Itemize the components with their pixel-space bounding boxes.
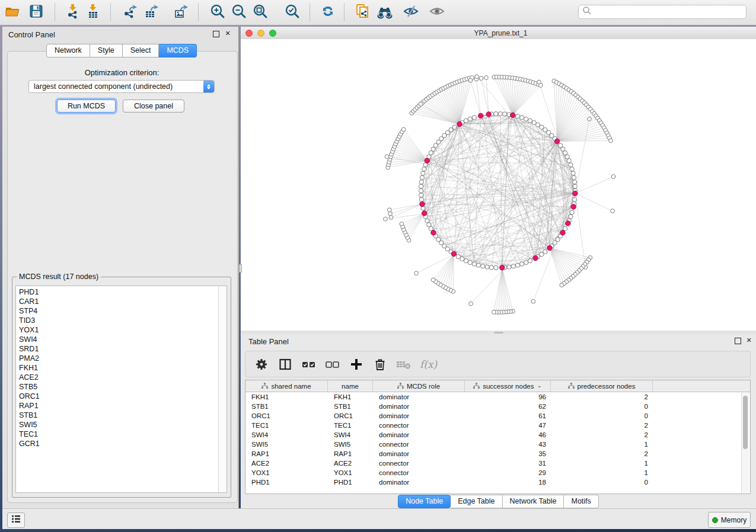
mcds-result-item[interactable]: SRD1	[16, 344, 227, 354]
close-table-panel-icon[interactable]: ✕	[745, 336, 752, 344]
hide-graphics-details-button[interactable]	[402, 3, 420, 21]
show-graphics-details-button[interactable]	[428, 3, 446, 21]
network-window-titlebar[interactable]: YPA_prune.txt_1	[241, 27, 756, 40]
graph-leaf-node[interactable]	[431, 278, 435, 282]
mcds-result-item[interactable]: STB5	[16, 382, 227, 392]
table-row[interactable]: TEC1TEC1connector472	[245, 421, 750, 430]
graph-node[interactable]	[498, 111, 502, 116]
export-table-button[interactable]	[142, 3, 160, 21]
mcds-result-item[interactable]: FKH1	[16, 363, 227, 373]
tab-node-table[interactable]: Node Table	[398, 495, 451, 508]
graph-node[interactable]	[425, 219, 429, 223]
graph-node[interactable]	[507, 265, 511, 269]
graph-node[interactable]	[456, 255, 460, 259]
graph-node[interactable]	[570, 167, 574, 171]
graph-node[interactable]	[569, 214, 573, 219]
graph-leaf-node[interactable]	[468, 78, 473, 82]
horizontal-splitter-handle[interactable]	[494, 332, 503, 334]
table-row[interactable]: ACE2ACE2connector311	[245, 459, 750, 468]
deselect-all-icon[interactable]	[325, 357, 340, 372]
table-row[interactable]: RAP1RAP1dominator352	[245, 449, 750, 459]
graph-node[interactable]	[489, 265, 493, 270]
zoom-in-button[interactable]	[209, 3, 227, 21]
graph-mcds-hub-node[interactable]	[500, 265, 505, 270]
table-row[interactable]: PHD1PHD1dominator180	[245, 477, 750, 487]
graph-leaf-node[interactable]	[389, 216, 393, 220]
graph-node[interactable]	[528, 118, 532, 123]
graph-leaf-node[interactable]	[479, 76, 483, 81]
float-table-panel-icon[interactable]	[734, 337, 741, 344]
search-network-button[interactable]	[376, 3, 394, 21]
vertical-splitter-handle[interactable]	[239, 264, 242, 273]
graph-mcds-hub-node[interactable]	[451, 251, 456, 256]
graph-node[interactable]	[571, 171, 575, 175]
column-header-predecessor-nodes[interactable]: predecessor nodes	[551, 380, 653, 392]
graph-node[interactable]	[573, 180, 577, 184]
graph-node[interactable]	[520, 116, 524, 120]
graph-node[interactable]	[452, 125, 457, 129]
table-scrollbar-thumb[interactable]	[743, 396, 748, 449]
graph-node[interactable]	[567, 159, 571, 163]
graph-mcds-hub-node[interactable]	[486, 112, 491, 117]
graph-node[interactable]	[528, 259, 532, 263]
graph-node[interactable]	[572, 175, 576, 180]
graph-node[interactable]	[427, 223, 431, 227]
mcds-result-item[interactable]: RAP1	[16, 401, 227, 411]
table-scrollbar[interactable]	[741, 392, 749, 494]
graph-node[interactable]	[472, 116, 476, 120]
export-network-button[interactable]	[121, 3, 139, 21]
graph-node[interactable]	[419, 193, 423, 197]
graph-node[interactable]	[515, 114, 519, 118]
graph-node[interactable]	[573, 184, 577, 188]
graph-mcds-hub-node[interactable]	[533, 256, 538, 261]
network-graph[interactable]	[241, 39, 756, 331]
graph-node[interactable]	[419, 188, 423, 193]
clone-network-button[interactable]	[353, 3, 371, 21]
mcds-result-item[interactable]: GCR1	[16, 439, 227, 448]
tab-mcds[interactable]: MCDS	[159, 44, 197, 57]
gear-icon[interactable]	[254, 357, 269, 372]
graph-leaf-node[interactable]	[401, 127, 406, 132]
graph-leaf-node[interactable]	[611, 175, 615, 179]
graph-node[interactable]	[494, 111, 498, 116]
node-table[interactable]: shared namenameMCDS rolesuccessor nodes⌄…	[245, 380, 751, 494]
mcds-list-scrollbar[interactable]	[218, 286, 227, 492]
network-view[interactable]	[241, 39, 756, 331]
graph-leaf-node[interactable]	[400, 222, 404, 226]
mcds-result-item[interactable]: STB1	[16, 411, 227, 420]
graph-node[interactable]	[515, 263, 519, 267]
graph-leaf-node[interactable]	[492, 310, 496, 314]
save-button[interactable]	[27, 3, 45, 21]
graph-node[interactable]	[524, 117, 528, 121]
graph-node[interactable]	[565, 155, 569, 159]
open-file-button[interactable]	[4, 3, 21, 21]
delete-column-icon[interactable]	[372, 357, 388, 372]
graph-node[interactable]	[524, 261, 528, 265]
column-header-MCDS-role[interactable]: MCDS role	[373, 380, 465, 392]
graph-node[interactable]	[573, 197, 577, 201]
mcds-result-item[interactable]: YOX1	[16, 325, 227, 335]
graph-mcds-hub-node[interactable]	[457, 121, 462, 126]
graph-leaf-node[interactable]	[383, 217, 387, 221]
columns-icon[interactable]	[277, 357, 293, 372]
float-panel-icon[interactable]	[212, 30, 219, 37]
graph-node[interactable]	[503, 112, 507, 116]
graph-node[interactable]	[464, 118, 468, 123]
graph-mcds-hub-node[interactable]	[554, 139, 559, 143]
tab-network-table[interactable]: Network Table	[503, 495, 564, 508]
mcds-result-item[interactable]: CAR1	[16, 297, 227, 306]
import-network-button[interactable]	[64, 3, 82, 21]
zoom-selected-button[interactable]	[283, 3, 301, 21]
column-header-successor-nodes[interactable]: successor nodes⌄	[465, 380, 551, 392]
graph-node[interactable]	[532, 120, 536, 124]
graph-node[interactable]	[422, 167, 426, 171]
mcds-result-item[interactable]: TID3	[16, 316, 227, 325]
tab-select[interactable]: Select	[123, 44, 160, 57]
graph-node[interactable]	[464, 259, 468, 263]
graph-node[interactable]	[476, 263, 480, 267]
mcds-result-item[interactable]: SWI5	[16, 420, 227, 430]
graph-mcds-hub-node[interactable]	[425, 158, 429, 163]
zoom-fit-button[interactable]	[251, 3, 269, 21]
column-header-shared-name[interactable]: shared name	[245, 380, 328, 392]
graph-leaf-node[interactable]	[609, 139, 613, 143]
